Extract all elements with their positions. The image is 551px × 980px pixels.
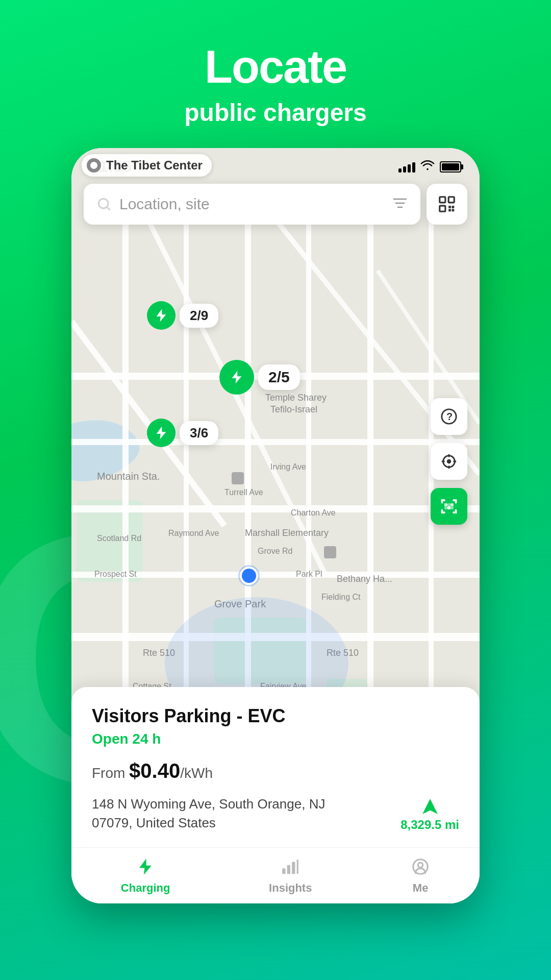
scan-map-button[interactable] bbox=[431, 488, 467, 525]
svg-text:Marshall Elementary: Marshall Elementary bbox=[245, 528, 329, 538]
signal-bar-4 bbox=[412, 162, 415, 173]
svg-point-74 bbox=[418, 863, 423, 868]
svg-text:Park Pl: Park Pl bbox=[296, 570, 322, 578]
marker-label-3: 3/6 bbox=[180, 421, 218, 445]
svg-rect-5 bbox=[71, 439, 480, 445]
me-icon bbox=[411, 857, 430, 878]
charger-marker-3[interactable]: 3/6 bbox=[147, 419, 218, 447]
charging-icon bbox=[136, 857, 155, 878]
signal-bar-2 bbox=[403, 166, 406, 173]
distance-value: 8,329.5 mi bbox=[400, 818, 459, 832]
marker-circle-1 bbox=[147, 301, 176, 330]
svg-point-58 bbox=[447, 459, 452, 464]
nav-item-insights[interactable]: Insights bbox=[269, 857, 312, 895]
wifi-icon bbox=[420, 160, 435, 174]
price-unit: /kWh bbox=[180, 765, 213, 781]
location-pill-text: The Tibet Center bbox=[106, 158, 203, 173]
location-dot-icon bbox=[87, 158, 101, 173]
locate-button[interactable] bbox=[431, 443, 467, 480]
svg-rect-6 bbox=[71, 505, 480, 512]
marker-label-2: 2/5 bbox=[258, 364, 300, 390]
nav-item-me[interactable]: Me bbox=[411, 857, 430, 895]
svg-rect-50 bbox=[440, 206, 445, 211]
svg-rect-48 bbox=[440, 197, 445, 203]
svg-rect-67 bbox=[447, 506, 450, 509]
svg-text:Turrell Ave: Turrell Ave bbox=[224, 488, 263, 497]
svg-rect-68 bbox=[450, 506, 454, 509]
station-hours: Open 24 h bbox=[92, 731, 459, 747]
station-address-line1: 148 N Wyoming Ave, South Orange, NJ bbox=[92, 795, 325, 813]
svg-text:Mountain Sta.: Mountain Sta. bbox=[97, 471, 160, 482]
search-bar-wrap: Location, site bbox=[84, 184, 467, 225]
svg-rect-40 bbox=[232, 472, 244, 484]
svg-text:Fielding Ct: Fielding Ct bbox=[321, 593, 361, 601]
station-address: 148 N Wyoming Ave, South Orange, NJ 0707… bbox=[92, 795, 325, 832]
svg-rect-52 bbox=[452, 206, 455, 208]
user-location-dot bbox=[240, 567, 258, 585]
svg-rect-70 bbox=[287, 865, 290, 873]
nav-label-charging: Charging bbox=[121, 881, 170, 895]
svg-rect-49 bbox=[448, 197, 454, 203]
search-bar[interactable]: Location, site bbox=[84, 184, 420, 225]
station-address-line2: 07079, United States bbox=[92, 814, 325, 832]
svg-text:Prospect St: Prospect St bbox=[94, 570, 137, 578]
search-placeholder: Location, site bbox=[119, 195, 210, 213]
help-button[interactable]: ? bbox=[431, 398, 467, 435]
scan-qr-button[interactable] bbox=[427, 184, 467, 225]
svg-rect-41 bbox=[324, 546, 336, 558]
station-price: From $0.40/kWh bbox=[92, 760, 459, 782]
phone-mockup: Mountain Sta. Temple Sharey Tefilo-Israe… bbox=[71, 148, 480, 903]
signal-bar-3 bbox=[408, 164, 411, 173]
nav-item-charging[interactable]: Charging bbox=[121, 857, 170, 895]
station-card: Visitors Parking - EVC Open 24 h From $0… bbox=[71, 687, 480, 847]
price-prefix: From bbox=[92, 765, 129, 781]
svg-rect-65 bbox=[450, 503, 454, 506]
svg-text:Bethany Ha...: Bethany Ha... bbox=[337, 574, 392, 584]
location-pill: The Tibet Center bbox=[82, 154, 212, 177]
status-icons bbox=[398, 160, 461, 174]
battery-fill bbox=[442, 163, 459, 170]
svg-rect-66 bbox=[444, 506, 447, 509]
insights-icon bbox=[281, 857, 300, 878]
price-value: $0.40 bbox=[129, 760, 180, 782]
svg-text:?: ? bbox=[446, 411, 453, 422]
battery-icon bbox=[440, 161, 461, 173]
svg-rect-53 bbox=[448, 209, 451, 212]
nav-label-insights: Insights bbox=[269, 881, 312, 895]
svg-text:Grove Rd: Grove Rd bbox=[258, 547, 292, 555]
marker-circle-3 bbox=[147, 419, 176, 447]
svg-rect-69 bbox=[282, 868, 285, 874]
svg-rect-72 bbox=[297, 859, 298, 874]
svg-rect-63 bbox=[444, 503, 447, 506]
svg-rect-64 bbox=[447, 503, 450, 506]
hero-title: Locate bbox=[0, 0, 551, 93]
station-address-row: 148 N Wyoming Ave, South Orange, NJ 0707… bbox=[92, 795, 459, 832]
marker-label-1: 2/9 bbox=[180, 304, 218, 328]
nav-label-me: Me bbox=[413, 881, 429, 895]
svg-text:Scotland Rd: Scotland Rd bbox=[97, 534, 141, 543]
hero-subtitle: public chargers bbox=[0, 99, 551, 127]
station-distance[interactable]: 8,329.5 mi bbox=[400, 797, 459, 832]
marker-circle-2 bbox=[219, 360, 254, 395]
svg-rect-54 bbox=[452, 209, 455, 212]
charger-marker-1[interactable]: 2/9 bbox=[147, 301, 218, 330]
svg-rect-71 bbox=[292, 862, 295, 874]
svg-text:Irving Ave: Irving Ave bbox=[270, 462, 306, 471]
charger-marker-2[interactable]: 2/5 bbox=[219, 360, 300, 395]
search-icon bbox=[96, 196, 112, 212]
bottom-nav: Charging Insights bbox=[71, 847, 480, 903]
filter-icon[interactable] bbox=[392, 195, 408, 213]
svg-rect-51 bbox=[448, 206, 451, 208]
station-name: Visitors Parking - EVC bbox=[92, 705, 459, 727]
signal-bars-icon bbox=[398, 161, 415, 173]
svg-text:Charton Ave: Charton Ave bbox=[291, 508, 336, 517]
svg-text:Tefilo-Israel: Tefilo-Israel bbox=[270, 404, 317, 414]
svg-text:Raymond Ave: Raymond Ave bbox=[168, 529, 219, 537]
navigate-icon bbox=[421, 797, 439, 816]
signal-bar-1 bbox=[398, 168, 402, 173]
